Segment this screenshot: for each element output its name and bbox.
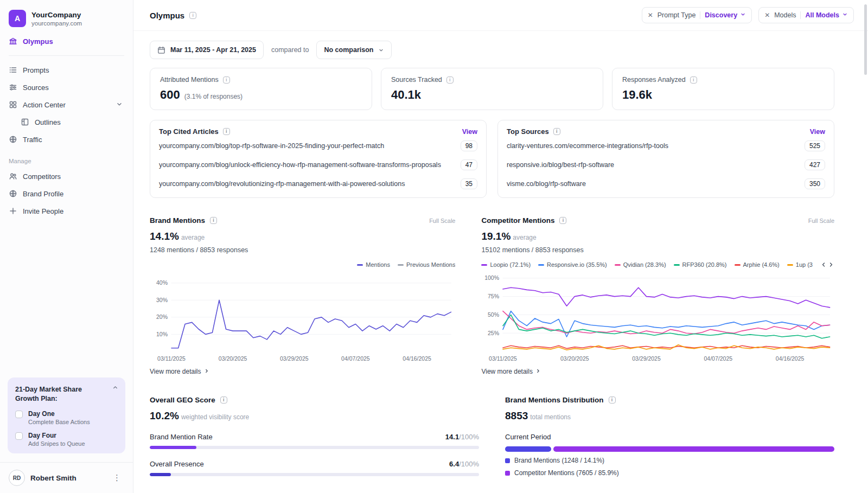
- list-item[interactable]: clarity-ventures.com/ecommerce-integrati…: [507, 137, 825, 155]
- globe-icon: [9, 189, 17, 198]
- mentions-distribution-section: Brand Mentions Distributioni 8853total m…: [505, 396, 834, 477]
- brand-legend: Mentions Previous Mentions: [150, 261, 455, 268]
- plus-icon: [9, 207, 17, 215]
- view-more-details-link[interactable]: View more details: [150, 368, 209, 375]
- chevron-up-icon[interactable]: [112, 384, 119, 393]
- close-icon[interactable]: ✕: [648, 11, 653, 19]
- stat-label: Sources Tracked: [391, 76, 442, 84]
- growth-plan-card: 21-Day Market Share Growth Plan: Day One…: [8, 377, 125, 453]
- info-icon[interactable]: i: [220, 396, 227, 404]
- metric-row: Brand Mention Rate 14.1/100%: [150, 433, 479, 441]
- stat-value: 600: [160, 88, 180, 102]
- app-root: A YourCompany yourcompany.com Olympus Pr…: [0, 0, 868, 493]
- scrollbar[interactable]: [864, 4, 867, 75]
- view-more-details-link[interactable]: View more details: [481, 368, 541, 375]
- chevron-left-icon[interactable]: [820, 261, 827, 268]
- models-filter-chip[interactable]: ✕ Models All Models: [758, 7, 854, 23]
- svg-text:40%: 40%: [156, 279, 168, 286]
- sidebar-item-competitors[interactable]: Competitors: [0, 168, 133, 185]
- list-item[interactable]: yourcompany.com/blog/unlock-efficiency-h…: [159, 156, 477, 174]
- competitor-mentions-section: Competitor Mentionsi Full Scale 19.1%ave…: [481, 216, 834, 375]
- average-label: average: [513, 234, 536, 241]
- list-item[interactable]: yourcompany.com/blog/revolutionizing-rfp…: [159, 175, 477, 193]
- list-item[interactable]: visme.co/blog/rfp-software350: [507, 175, 825, 193]
- stats-row: Attributed Mentionsi 600(3.1% of respons…: [150, 68, 834, 110]
- svg-text:03/20/2025: 03/20/2025: [219, 355, 247, 362]
- legend-item: Arphie (4.6%): [735, 261, 780, 268]
- info-icon[interactable]: i: [210, 217, 217, 224]
- chevron-down-icon[interactable]: [116, 100, 124, 109]
- svg-text:03/29/2025: 03/29/2025: [633, 355, 661, 362]
- competitor-mentions-pct: 19.1%: [481, 231, 510, 242]
- info-icon[interactable]: i: [223, 76, 230, 84]
- info-icon[interactable]: i: [609, 396, 616, 404]
- sidebar-item-olympus[interactable]: Olympus: [0, 33, 133, 50]
- legend-label: Arphie (4.6%): [743, 261, 780, 268]
- prompt-type-filter-chip[interactable]: ✕ Prompt Type Discovery: [642, 7, 752, 23]
- date-row: Mar 11, 2025 - Apr 21, 2025 compared to …: [150, 41, 834, 59]
- source-count: 350: [805, 178, 825, 189]
- legend-label: RFP360 (20.8%): [682, 261, 727, 268]
- company-block[interactable]: A YourCompany yourcompany.com: [0, 8, 133, 33]
- info-icon[interactable]: i: [189, 12, 196, 19]
- sidebar-item-prompts[interactable]: Prompts: [0, 61, 133, 79]
- main-panel: Olympus i ✕ Prompt Type Discovery ✕ Mode…: [133, 0, 868, 493]
- chevron-right-icon[interactable]: [828, 261, 834, 268]
- stat-value: 19.6k: [622, 88, 652, 102]
- stat-sub: (3.1% of responses): [184, 93, 242, 100]
- sidebar-item-label: Brand Profile: [23, 190, 63, 198]
- list-item[interactable]: yourcompany.com/blog/top-rfp-software-in…: [159, 137, 477, 155]
- checkbox[interactable]: [15, 432, 23, 440]
- close-icon[interactable]: ✕: [764, 11, 770, 19]
- distribution-bar: [505, 446, 834, 452]
- view-link[interactable]: View: [462, 128, 477, 136]
- legend-label: Mentions: [366, 261, 390, 268]
- svg-text:04/16/2025: 04/16/2025: [776, 355, 805, 362]
- sidebar-item-action-center[interactable]: Action Center: [0, 96, 133, 113]
- sidebar-item-invite-people[interactable]: Invite People: [0, 202, 133, 220]
- legend-label: Brand Mentions (1248 / 14.1%): [514, 457, 604, 464]
- date-range-button[interactable]: Mar 11, 2025 - Apr 21, 2025: [150, 41, 264, 59]
- info-icon[interactable]: i: [559, 217, 566, 224]
- svg-text:100%: 100%: [485, 274, 500, 281]
- sidebar-item-label: Traffic: [23, 136, 42, 144]
- geo-score-value: 10.2%: [150, 410, 179, 421]
- lists-row: Top Cited Articlesi View yourcompany.com…: [150, 120, 834, 198]
- info-icon[interactable]: i: [446, 76, 454, 84]
- chevron-down-icon: [740, 11, 746, 19]
- brand-mentions-line-chart: 10%20%30%40%03/11/202503/20/202503/29/20…: [150, 270, 455, 363]
- chevron-down-icon: [378, 47, 384, 53]
- citation-count: 98: [461, 140, 477, 151]
- sidebar-item-sources[interactable]: Sources: [0, 79, 133, 96]
- stat-value: 40.1k: [391, 88, 421, 102]
- comparison-dropdown[interactable]: No comparison: [316, 41, 392, 59]
- main-header: Olympus i ✕ Prompt Type Discovery ✕ Mode…: [133, 0, 868, 31]
- section-title: Competitor Mentions: [481, 216, 554, 225]
- user-row: RD Robert Smith ⋮: [0, 462, 133, 493]
- source-count: 525: [805, 140, 825, 151]
- kebab-menu-icon[interactable]: ⋮: [110, 472, 124, 484]
- checkbox[interactable]: [15, 411, 23, 418]
- sidebar-item-label: Competitors: [23, 172, 61, 181]
- competitor-segment: [553, 446, 834, 452]
- stat-card-responses-analyzed: Responses Analyzedi 19.6k: [612, 68, 834, 110]
- sidebar-item-brand-profile[interactable]: Brand Profile: [0, 185, 133, 202]
- sidebar-item-outlines[interactable]: Outlines: [0, 113, 133, 131]
- info-icon[interactable]: i: [690, 76, 697, 84]
- competitor-mentions-detail: 15102 mentions / 8853 responses: [481, 246, 834, 254]
- growth-plan-title: 21-Day Market Share Growth Plan:: [15, 385, 97, 404]
- legend-label: Qvidian (28.3%): [623, 261, 666, 268]
- section-title: Overall GEO Score: [150, 396, 215, 404]
- brand-mentions-pct: 14.1%: [150, 231, 179, 242]
- info-icon[interactable]: i: [553, 128, 560, 135]
- chevron-right-icon: [204, 368, 209, 375]
- section-title: Brand Mentions Distribution: [505, 396, 604, 404]
- metric-suffix: /100%: [459, 460, 479, 468]
- info-icon[interactable]: i: [223, 128, 230, 135]
- sidebar-item-traffic[interactable]: Traffic: [0, 131, 133, 148]
- bank-icon: [9, 37, 17, 46]
- sidebar-item-label: Olympus: [23, 37, 53, 46]
- legend-swatch: [505, 471, 510, 476]
- list-item[interactable]: responsive.io/blog/best-rfp-software427: [507, 156, 825, 174]
- view-link[interactable]: View: [810, 128, 825, 136]
